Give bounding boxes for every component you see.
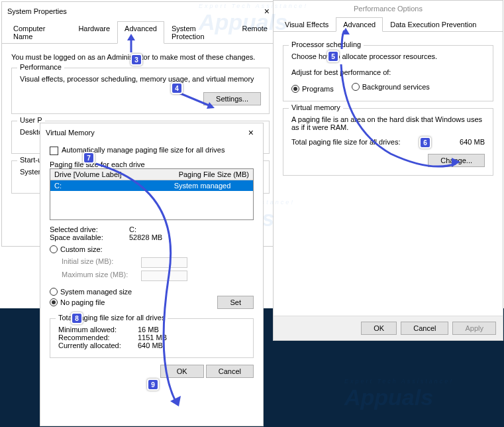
set-button[interactable]: Set — [217, 296, 254, 309]
tab-system-protection[interactable]: System Protection — [164, 21, 234, 44]
callout-7: 7 — [83, 152, 95, 164]
auto-manage-checkbox[interactable]: Automatically manage paging file size fo… — [50, 146, 254, 155]
initial-size-input — [141, 257, 187, 268]
titlebar: Virtual Memory × — [40, 123, 263, 142]
tab-visual-effects[interactable]: Visual Effects — [277, 17, 336, 32]
radio-custom-size[interactable]: Custom size: — [50, 245, 103, 253]
radio-no-paging[interactable]: No paging file — [50, 298, 105, 306]
ok-button[interactable]: OK — [160, 365, 204, 378]
callout-9: 9 — [147, 379, 159, 391]
total-paging-value: 640 MB — [460, 138, 485, 146]
callout-6: 6 — [419, 137, 431, 149]
close-icon[interactable]: × — [244, 127, 258, 138]
close-icon[interactable]: × — [260, 6, 274, 17]
titlebar: System Properties × — [2, 2, 279, 21]
callout-4: 4 — [171, 82, 183, 94]
performance-settings-button[interactable]: Settings... — [203, 92, 261, 105]
cancel-button[interactable]: Cancel — [401, 322, 448, 335]
perfopt-tabs: Visual Effects Advanced Data Execution P… — [274, 17, 503, 32]
apply-button[interactable]: Apply — [452, 322, 496, 335]
change-button[interactable]: Change... — [428, 154, 485, 167]
tab-dep[interactable]: Data Execution Prevention — [383, 17, 483, 32]
window-title: Performance Options — [354, 5, 423, 13]
virtual-memory-group: Virtual memory A paging file is an area … — [283, 108, 493, 176]
callout-5: 5 — [327, 50, 339, 62]
performance-options-window: Performance Options Visual Effects Advan… — [273, 0, 503, 341]
tab-computer-name[interactable]: Computer Name — [6, 21, 71, 44]
titlebar: Performance Options — [274, 1, 503, 17]
window-title: Virtual Memory — [46, 129, 95, 137]
callout-8: 8 — [71, 312, 83, 324]
tab-remote[interactable]: Remote — [234, 21, 275, 44]
processor-scheduling-group: Processor scheduling Choose how to alloc… — [283, 45, 493, 101]
tab-advanced[interactable]: Advanced — [117, 21, 164, 44]
performance-group: Performance Visual effects, processor sc… — [11, 68, 270, 114]
drive-row: C:System managed — [50, 180, 253, 191]
tab-hardware[interactable]: Hardware — [71, 21, 117, 44]
max-size-input — [141, 271, 187, 281]
radio-background[interactable]: Background services — [352, 83, 430, 91]
ok-button[interactable]: OK — [361, 322, 397, 335]
tab-advanced[interactable]: Advanced — [336, 17, 383, 32]
callout-3: 3 — [130, 54, 142, 66]
radio-system-managed[interactable]: System managed size — [50, 288, 238, 296]
window-title: System Properties — [7, 7, 67, 15]
cancel-button[interactable]: Cancel — [206, 365, 254, 378]
radio-programs[interactable]: Programs — [291, 85, 334, 93]
sysprops-tabs: Computer Name Hardware Advanced System P… — [2, 21, 279, 44]
drive-list[interactable]: Drive [Volume Label]Paging File Size (MB… — [50, 168, 254, 220]
